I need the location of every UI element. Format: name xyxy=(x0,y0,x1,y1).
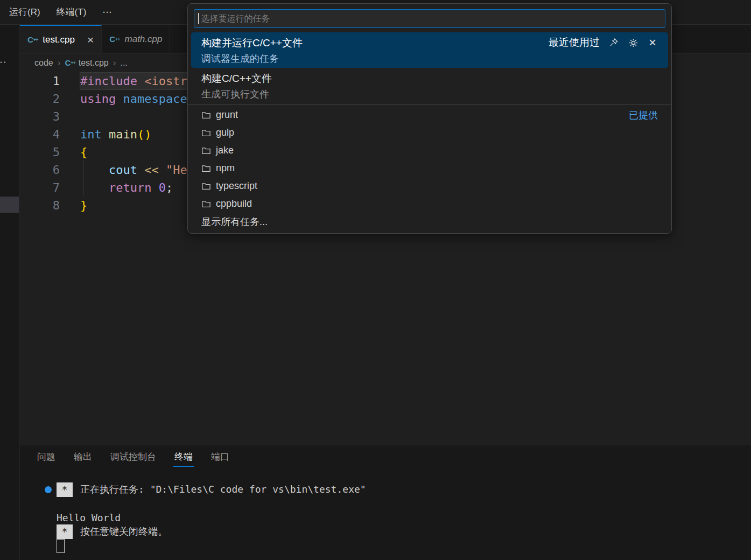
close-icon[interactable]: × xyxy=(647,37,658,48)
breadcrumb-label: code xyxy=(34,58,53,68)
quick-pick-item-label: 构建C/C++文件 xyxy=(201,70,272,87)
breadcrumb-item-0[interactable]: code xyxy=(34,58,53,68)
terminal-line-2: Hello World xyxy=(57,510,366,524)
tab-test.cpp[interactable]: C++test.cpp× xyxy=(20,25,102,53)
terminal-text: 按任意键关闭终端。 xyxy=(80,525,167,538)
gear-icon[interactable] xyxy=(628,37,638,48)
menu-item-more[interactable]: ⋯ xyxy=(94,0,120,24)
cpp-file-icon: C++ xyxy=(27,36,38,44)
quick-pick-item-detail: 生成可执行文件 xyxy=(201,87,658,102)
panel-tab-终端[interactable]: 终端 xyxy=(174,451,193,463)
cpp-file-icon: C++ xyxy=(109,35,120,43)
folder-icon xyxy=(201,128,211,138)
terminal-line-0: *正在执行任务: "D:\Files\C code for vs\bin\tes… xyxy=(57,482,366,496)
cpp-file-icon: C++ xyxy=(65,59,75,67)
bottom-panel: 问题输出调试控制台终端端口 *正在执行任务: "D:\Files\C code … xyxy=(20,445,751,560)
task-label: typescript xyxy=(216,180,257,192)
code-text: { xyxy=(60,143,87,161)
line-number: 6 xyxy=(20,161,60,179)
strip-handle[interactable] xyxy=(0,197,19,213)
panel-tab-bar: 问题输出调试控制台终端端口 xyxy=(20,445,751,468)
line-number: 7 xyxy=(20,179,60,197)
code-text: return 0; xyxy=(60,179,173,197)
pin-icon[interactable] xyxy=(608,37,619,48)
folder-icon xyxy=(201,181,211,191)
quick-pick-input-box[interactable] xyxy=(194,9,665,28)
quick-pick-task-gulp[interactable]: gulp xyxy=(188,124,671,142)
quick-pick-item-1[interactable]: 构建C/C++文件生成可执行文件 xyxy=(191,68,668,103)
line-number: 1 xyxy=(20,72,60,90)
terminal-line-1 xyxy=(57,496,366,510)
folder-icon xyxy=(201,199,211,209)
menu-item-run[interactable]: 运行(R) xyxy=(1,0,48,24)
terminal-cursor xyxy=(57,539,65,553)
quick-pick-task-grunt[interactable]: grunt已提供 xyxy=(188,106,671,124)
terminal-text: 正在执行任务: "D:\Files\C code for vs\bin\test… xyxy=(80,483,366,496)
terminal-line-3: *按任意键关闭终端。 xyxy=(57,524,366,538)
quick-pick-item-0[interactable]: 构建并运行C/C++文件最近使用过×调试器生成的任务 xyxy=(191,32,668,68)
line-number: 4 xyxy=(20,125,60,143)
vscode-window: 运行(R)终端(T)⋯ ⋯ C++test.cpp×C++math.cpp co… xyxy=(0,0,751,560)
quick-pick-item-detail: 调试器生成的任务 xyxy=(201,51,658,66)
left-strip: ⋯ xyxy=(0,25,19,560)
quick-pick-task-npm[interactable]: npm xyxy=(188,159,671,177)
terminal-line-4 xyxy=(57,538,366,552)
chevron-right-icon: › xyxy=(58,58,61,68)
inverse-asterisk-badge: * xyxy=(57,482,73,497)
quick-pick-task-显示所有任务...[interactable]: 显示所有任务... xyxy=(188,213,671,230)
quick-pick-input[interactable] xyxy=(200,13,662,24)
folder-icon xyxy=(201,110,211,120)
task-label: 显示所有任务... xyxy=(201,215,268,228)
line-number: 3 xyxy=(20,108,60,125)
line-number: 8 xyxy=(20,197,60,214)
line-number: 5 xyxy=(20,143,60,161)
panel-tab-端口[interactable]: 端口 xyxy=(211,451,229,463)
panel-tab-调试控制台[interactable]: 调试控制台 xyxy=(110,451,156,463)
inverse-asterisk-badge: * xyxy=(57,524,73,539)
quick-pick-task-typescript[interactable]: typescript xyxy=(188,177,671,195)
breadcrumb-item-1[interactable]: C++test.cpp xyxy=(65,58,108,68)
task-label: cppbuild xyxy=(216,198,252,209)
terminal-text: Hello World xyxy=(57,512,121,523)
quick-pick-separator xyxy=(188,104,671,105)
close-icon[interactable]: × xyxy=(87,34,94,45)
folder-icon xyxy=(201,146,211,156)
breadcrumb-label: ... xyxy=(120,58,127,68)
text-caret xyxy=(198,13,199,24)
folder-icon xyxy=(201,164,211,173)
quick-pick-task-cppbuild[interactable]: cppbuild xyxy=(188,195,671,213)
terminal-output[interactable]: *正在执行任务: "D:\Files\C code for vs\bin\tes… xyxy=(57,482,366,552)
panel-tab-输出[interactable]: 输出 xyxy=(74,451,92,463)
line-number: 2 xyxy=(20,90,60,108)
breadcrumb-item-2[interactable]: ... xyxy=(120,58,127,68)
tab-label: math.cpp xyxy=(125,34,163,45)
provided-link[interactable]: 已提供 xyxy=(629,109,658,122)
quick-pick-task-jake[interactable]: jake xyxy=(188,142,671,159)
tab-math.cpp[interactable]: C++math.cpp xyxy=(102,25,170,53)
task-label: gulp xyxy=(216,127,234,138)
breadcrumb-label: test.cpp xyxy=(79,58,109,68)
task-decoration-dot-icon[interactable] xyxy=(45,486,52,493)
code-text xyxy=(60,108,80,125)
tab-overflow-dots-icon[interactable]: ⋯ xyxy=(0,55,6,68)
task-label: npm xyxy=(216,163,235,174)
panel-tab-问题[interactable]: 问题 xyxy=(37,451,55,463)
quick-pick-list: 构建并运行C/C++文件最近使用过×调试器生成的任务构建C/C++文件生成可执行… xyxy=(188,32,671,230)
task-quick-pick: 构建并运行C/C++文件最近使用过×调试器生成的任务构建C/C++文件生成可执行… xyxy=(187,3,672,234)
task-label: grunt xyxy=(216,109,238,121)
recently-used-label: 最近使用过 xyxy=(549,36,600,50)
quick-pick-item-label: 构建并运行C/C++文件 xyxy=(201,34,303,51)
task-label: jake xyxy=(216,145,234,156)
chevron-right-icon: › xyxy=(113,58,116,68)
menu-item-terminal[interactable]: 终端(T) xyxy=(48,0,95,24)
code-text: } xyxy=(60,197,87,214)
code-text: int main() xyxy=(60,125,151,143)
tab-label: test.cpp xyxy=(43,34,75,45)
